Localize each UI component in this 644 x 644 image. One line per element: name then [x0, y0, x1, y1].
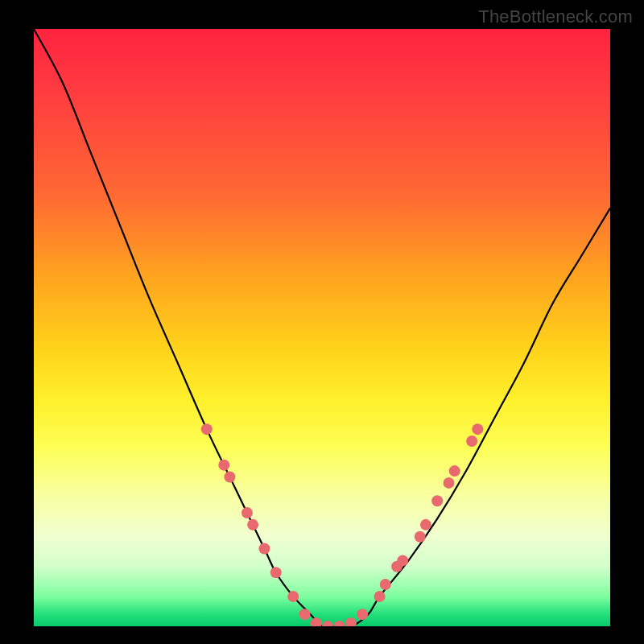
marker-dot	[287, 591, 299, 602]
marker-dot	[258, 543, 270, 555]
marker-dot	[224, 472, 235, 483]
marker-dot	[466, 436, 477, 447]
marker-dot	[444, 477, 455, 489]
marker-dot	[431, 495, 443, 506]
marker-dot	[218, 460, 229, 471]
marker-dot	[270, 567, 282, 578]
marker-group	[201, 423, 484, 626]
marker-dot	[397, 555, 408, 566]
chart-svg	[34, 29, 610, 626]
marker-dot	[420, 519, 431, 530]
marker-dot	[311, 617, 322, 626]
marker-dot	[374, 591, 386, 602]
marker-dot	[449, 465, 460, 477]
chart-container: TheBottleneck.com	[0, 0, 644, 644]
marker-dot	[247, 519, 258, 530]
marker-dot	[299, 609, 311, 620]
marker-dot	[380, 579, 391, 590]
curve-path	[34, 29, 610, 626]
marker-dot	[333, 621, 345, 626]
marker-dot	[357, 609, 368, 620]
marker-dot	[201, 423, 213, 435]
plot-area	[34, 29, 610, 626]
watermark-text: TheBottleneck.com	[478, 6, 633, 27]
marker-dot	[472, 423, 483, 435]
marker-dot	[415, 531, 426, 543]
marker-dot	[322, 621, 333, 626]
marker-dot	[345, 617, 357, 626]
marker-dot	[242, 507, 253, 518]
